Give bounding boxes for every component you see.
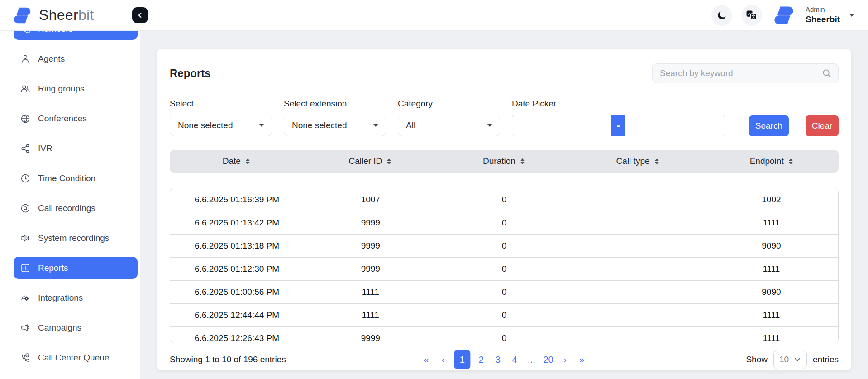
page-button-4[interactable]: 4 <box>509 353 520 367</box>
sidebar-item-call-recordings[interactable]: Call recordings <box>14 197 138 219</box>
table-cell: 9999 <box>304 327 437 343</box>
table-row[interactable]: 6.6.2025 01:13:42 PM999901111 <box>170 211 838 235</box>
date-range-picker: - <box>512 115 725 136</box>
clock-icon <box>20 173 30 183</box>
table-row[interactable]: 6.6.2025 12:26:43 PM999901111 <box>170 327 838 343</box>
sidebar-item-integrations[interactable]: Integrations <box>14 287 138 309</box>
main-content: Reports Select None selected Select exte… <box>140 31 868 379</box>
table-row[interactable]: 6.6.2025 01:00:56 PM111109090 <box>170 281 838 304</box>
column-header-duration[interactable]: Duration <box>437 150 571 173</box>
sidebar-item-system-recordings[interactable]: System recordings <box>14 227 138 249</box>
filters-row: Select None selected Select extension No… <box>170 99 839 136</box>
search-button[interactable]: Search <box>749 115 789 136</box>
date-from-input[interactable] <box>512 115 611 136</box>
table-cell <box>571 235 705 257</box>
column-header-endpoint[interactable]: Endpoint <box>705 150 839 173</box>
table-row[interactable]: 6.6.2025 01:13:18 PM999909090 <box>170 235 838 258</box>
column-header-caller-id[interactable]: Caller ID <box>304 150 438 173</box>
table-cell: 1111 <box>705 258 838 280</box>
user-avatar[interactable] <box>771 3 796 28</box>
reports-card: Reports Select None selected Select exte… <box>157 49 851 370</box>
users-icon <box>20 84 30 94</box>
user-menu-caret-icon[interactable] <box>849 14 854 17</box>
sidebar-collapse-button[interactable] <box>132 7 148 23</box>
category-dropdown-value: All <box>406 120 415 130</box>
table-cell: 6.6.2025 01:00:56 PM <box>170 281 304 303</box>
table-cell: 6.6.2025 01:12:30 PM <box>170 258 304 280</box>
sidebar-item-campaigns[interactable]: Campaigns <box>14 317 138 339</box>
sidebar-item-numbers[interactable]: Numbers <box>14 31 138 40</box>
search-input[interactable] <box>652 63 839 83</box>
column-header-date[interactable]: Date <box>170 150 304 173</box>
sidebar-item-time-condition[interactable]: Time Condition <box>14 167 138 189</box>
user-info: Admin Sheerbit <box>806 5 840 25</box>
table-cell: 9999 <box>304 211 437 234</box>
category-dropdown[interactable]: All <box>398 115 500 136</box>
page-button-20[interactable]: 20 <box>542 353 554 367</box>
select-label: Select <box>170 99 272 109</box>
chevron-down-icon <box>487 124 492 127</box>
table-header-row: DateCaller IDDurationCall typeEndpoint <box>170 150 839 173</box>
table-row[interactable]: 6.6.2025 01:16:39 PM100701002 <box>170 188 838 211</box>
datepicker-label: Date Picker <box>512 99 725 109</box>
extension-dropdown[interactable]: None selected <box>284 115 386 136</box>
sidebar-item-label: Agents <box>38 54 65 64</box>
table-cell <box>571 281 705 303</box>
sort-icon <box>520 158 525 165</box>
brand: Sheerbit <box>0 5 94 26</box>
select-dropdown[interactable]: None selected <box>170 115 272 136</box>
disc-icon <box>20 203 30 213</box>
share-icon <box>20 144 30 154</box>
user-name: Sheerbit <box>806 14 840 25</box>
page-title: Reports <box>170 67 211 80</box>
sort-icon <box>386 158 392 165</box>
last-page-button[interactable]: » <box>576 353 588 367</box>
table-cell: 6.6.2025 12:26:43 PM <box>170 327 304 343</box>
page-button-1[interactable]: 1 <box>454 350 470 369</box>
show-label: Show <box>746 355 768 365</box>
table-cell: 9999 <box>304 258 437 280</box>
page-button-2[interactable]: 2 <box>475 353 487 367</box>
user-role: Admin <box>806 5 840 14</box>
sidebar-item-ivr[interactable]: IVR <box>14 137 138 159</box>
category-label: Category <box>398 99 500 109</box>
sidebar-item-agents[interactable]: Agents <box>14 48 138 70</box>
date-to-input[interactable] <box>625 115 725 136</box>
language-button[interactable]: A <box>741 5 762 26</box>
search-icon <box>821 68 832 79</box>
dark-mode-toggle[interactable] <box>711 5 732 26</box>
table-row[interactable]: 6.6.2025 01:12:30 PM999901111 <box>170 258 838 281</box>
sidebar-item-label: Call recordings <box>38 203 95 213</box>
next-page-button[interactable]: › <box>559 353 571 367</box>
table-cell: 1002 <box>705 188 838 211</box>
pagination: «‹1234...20›» <box>420 350 587 369</box>
sidebar-item-label: Time Condition <box>38 173 95 183</box>
bar-chart-icon <box>20 263 30 273</box>
sheerbit-logo-icon <box>12 5 33 26</box>
table-row[interactable]: 6.6.2025 12:44:44 PM111101111 <box>170 304 838 327</box>
clear-button[interactable]: Clear <box>806 115 839 136</box>
sidebar-item-call-center-queue[interactable]: 24 Call Center Queue <box>14 346 138 369</box>
sidebar-item-reports[interactable]: Reports <box>14 257 138 279</box>
first-page-button[interactable]: « <box>420 353 432 367</box>
chevron-down-icon <box>259 124 264 127</box>
agent-icon <box>20 54 30 64</box>
sidebar-item-label: Conferences <box>38 114 87 124</box>
table-cell: 1007 <box>304 188 437 211</box>
sidebar-item-label: Ring groups <box>38 84 84 94</box>
table-cell: 1111 <box>304 304 437 326</box>
extension-label: Select extension <box>284 99 386 109</box>
table-cell: 0 <box>437 304 571 326</box>
sidebar: Numbers Agents Ring groups Conferences I… <box>0 31 140 379</box>
prev-page-button[interactable]: ‹ <box>437 353 449 367</box>
page-button-3[interactable]: 3 <box>492 353 504 367</box>
sidebar-item-conferences[interactable]: Conferences <box>14 107 138 130</box>
page-size-select[interactable]: 10 <box>773 350 807 369</box>
page-ellipsis: ... <box>525 353 537 367</box>
table-cell: 0 <box>437 235 571 257</box>
sidebar-item-label: IVR <box>38 144 52 154</box>
column-header-label: Caller ID <box>348 156 382 166</box>
column-header-call-type[interactable]: Call type <box>571 150 705 173</box>
chevron-left-icon <box>137 12 143 19</box>
sidebar-item-ring-groups[interactable]: Ring groups <box>14 77 138 100</box>
